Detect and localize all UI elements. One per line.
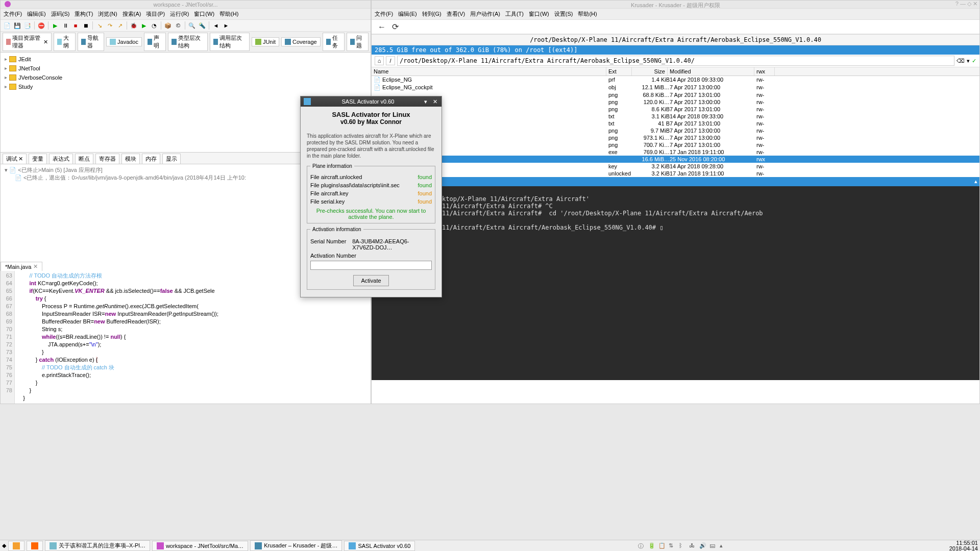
btab-mod[interactable]: 模块 — [121, 154, 140, 164]
menu-browse[interactable]: 浏览(N) — [98, 10, 117, 18]
tool-newpkg-icon[interactable]: 📦 — [163, 21, 173, 30]
menu-file[interactable]: 文件(F) — [4, 10, 22, 18]
hdr-mod[interactable]: Modified — [668, 67, 754, 76]
tab-javadoc[interactable]: Javadoc — [106, 37, 142, 46]
file-row[interactable]: png120.0 Ki…7 Apr 2017 13:00:00rw- — [372, 98, 979, 106]
file-row[interactable]: png9.7 MiB7 Apr 2017 13:00:00rw- — [372, 127, 979, 134]
tab-callhier[interactable]: 调用层次结构 — [210, 33, 250, 51]
tool-suspend-icon[interactable]: ⏸ — [61, 21, 70, 30]
tool-back-icon[interactable]: ◄ — [211, 21, 220, 30]
window-controls[interactable]: ? — ◇ ✕ — [955, 1, 977, 7]
editor-tab-main[interactable]: *Main.java ✕ — [1, 262, 42, 271]
file-row[interactable]: png8.6 KiB7 Apr 2017 13:01:00rw- — [372, 106, 979, 113]
task-notes[interactable]: 关于该和谐工具的注意事项–X-Pl… — [45, 540, 150, 551]
tool-opentype-icon[interactable]: 🔍 — [187, 21, 197, 30]
editor-tab-close-icon[interactable]: ✕ — [33, 263, 38, 270]
file-row[interactable]: 📄 Eclipse_NGprf1.4 KiB14 Apr 2018 09:33:… — [372, 76, 979, 84]
hdr-size[interactable]: Size — [632, 67, 668, 76]
tool-stepinto-icon[interactable]: ↘ — [95, 21, 104, 30]
menu-refactor[interactable]: 重构(T) — [75, 10, 93, 18]
tool-search2-icon[interactable]: 🔦 — [198, 21, 207, 30]
dropdown-icon[interactable]: ▾ — [967, 58, 970, 64]
tray-network-icon[interactable]: 🖧 — [689, 542, 696, 549]
nav-reload-icon[interactable]: ⟳ — [392, 22, 399, 32]
btab-reg[interactable]: 寄存器 — [95, 154, 119, 164]
task-firefox[interactable] — [27, 541, 43, 551]
menu-run[interactable]: 运行(R) — [170, 10, 189, 18]
tray-updown-icon[interactable]: ⇅ — [669, 542, 676, 549]
menu-search[interactable]: 搜索(A) — [122, 10, 141, 18]
hdr-rwx[interactable]: rwx — [754, 67, 775, 76]
embedded-terminal[interactable]: ~/# ^C ~/# cd '/root/Desktop/X-Plane 11/… — [372, 186, 979, 380]
tab-junit[interactable]: JUnit — [252, 37, 279, 46]
home-icon[interactable]: ⌂ — [375, 56, 384, 65]
tray-bluetooth-icon[interactable]: ᛒ — [679, 542, 686, 549]
tool-save-icon[interactable]: 💾 — [13, 21, 22, 30]
tree-item-jedit[interactable]: JEdit — [5, 55, 366, 64]
btab-disp[interactable]: 显示 — [162, 154, 181, 164]
task-files[interactable] — [8, 541, 24, 551]
tree-item-study[interactable]: Study — [5, 82, 366, 91]
tray-disk-icon[interactable]: 🖴 — [709, 542, 717, 549]
tree-item-jnettool[interactable]: JNetTool — [5, 64, 366, 73]
nav-back-icon[interactable]: ← — [378, 22, 386, 32]
kmenu-useract[interactable]: 用户动作(A) — [470, 10, 500, 18]
btab-expr[interactable]: 表达式 — [49, 154, 73, 164]
root-icon[interactable]: / — [386, 56, 395, 65]
btab-mem[interactable]: 内存 — [142, 154, 160, 164]
collapse-icon[interactable]: ▴ — [974, 178, 977, 185]
menu-source[interactable]: 源码(S) — [51, 10, 70, 18]
menu-help[interactable]: 帮助(H) — [219, 10, 238, 18]
kmenu-view[interactable]: 查看(V) — [447, 10, 465, 18]
file-row[interactable]: key3.2 KiB14 Apr 2018 09:28:00rw- — [372, 163, 979, 170]
tray-clipboard-icon[interactable]: 📋 — [658, 542, 666, 549]
btab-bp[interactable]: 断点 — [75, 154, 93, 164]
tray-caret-icon[interactable]: ▴ — [720, 542, 727, 549]
tool-disconnect-icon[interactable]: ⏹ — [81, 21, 90, 30]
dialog-minimize-icon[interactable]: ▾ — [422, 98, 429, 105]
task-eclipse[interactable]: workspace - JNetTool/src/Ma… — [152, 541, 248, 551]
tab-tasks[interactable]: 任务 — [323, 33, 345, 51]
tree-item-jverbose[interactable]: JVerboseConsole — [5, 73, 366, 82]
hdr-name[interactable]: Name — [372, 67, 606, 76]
tab-navigator[interactable]: 导航器 — [78, 33, 104, 51]
activate-button[interactable]: Activate — [353, 275, 388, 286]
dialog-titlebar[interactable]: SASL Activator v0.60 ▾ ✕ — [301, 96, 442, 107]
tool-run-icon[interactable]: ▶ — [139, 21, 149, 30]
tray-battery-icon[interactable]: 🔋 — [648, 542, 655, 549]
kmenu-edit[interactable]: 编辑(E) — [398, 10, 417, 18]
tool-skip-icon[interactable]: ⛔ — [37, 21, 46, 30]
file-row[interactable]: txt41 B7 Apr 2017 13:01:00rw- — [372, 120, 979, 127]
kmenu-window[interactable]: 窗口(W) — [529, 10, 549, 18]
file-row[interactable]: png68.8 KiB…7 Apr 2017 13:01:00rw- — [372, 91, 979, 98]
tool-saveall-icon[interactable]: 📑 — [23, 21, 32, 30]
menu-edit[interactable]: 编辑(E) — [27, 10, 46, 18]
file-row[interactable]: 16.6 MiB…25 Nov 2016 08:20:00rwx — [372, 156, 979, 163]
tool-resume-icon[interactable]: ▶ — [51, 21, 60, 30]
kmenu-help[interactable]: 帮助(H) — [578, 10, 597, 18]
btab-debug[interactable]: 调试 ✕ — [3, 154, 27, 164]
btab-vars[interactable]: 变量 — [29, 154, 47, 164]
clock[interactable]: 11:55:01 2018-04-14 — [949, 540, 978, 552]
menu-project[interactable]: 项目(P) — [146, 10, 165, 18]
file-row[interactable]: png700.7 Ki…7 Apr 2017 13:01:00rw- — [372, 141, 979, 148]
tray-info-icon[interactable]: ⓘ — [638, 542, 645, 549]
tab-outline[interactable]: 大纲 — [54, 33, 76, 51]
kmenu-settings[interactable]: 设置(S) — [554, 10, 573, 18]
file-row[interactable]: txt3.1 KiB14 Apr 2018 09:33:00rw- — [372, 113, 979, 120]
tab-problems[interactable]: 问题 — [347, 33, 369, 51]
go-icon[interactable]: ✓ — [972, 58, 976, 64]
tool-newclass-icon[interactable]: © — [174, 21, 183, 30]
tool-new-icon[interactable]: 📄 — [3, 21, 12, 30]
hdr-ext[interactable]: Ext — [606, 67, 632, 76]
start-icon[interactable]: ◆ — [2, 542, 6, 549]
tool-cov-icon[interactable]: ◔ — [150, 21, 159, 30]
file-row[interactable]: exe769.0 Ki…17 Jan 2018 19:11:00rw- — [372, 148, 979, 156]
task-sasl[interactable]: SASL Activator v0.60 — [344, 541, 415, 551]
tray-volume-icon[interactable]: 🔊 — [699, 542, 706, 549]
dialog-close-icon[interactable]: ✕ — [431, 98, 438, 105]
address-input[interactable] — [397, 56, 954, 66]
file-row[interactable]: unlocked3.2 KiB17 Jan 2018 19:11:00rw- — [372, 170, 979, 177]
tab-typehier[interactable]: 类型层次结构 — [168, 33, 208, 51]
tool-fwd-icon[interactable]: ► — [222, 21, 231, 30]
